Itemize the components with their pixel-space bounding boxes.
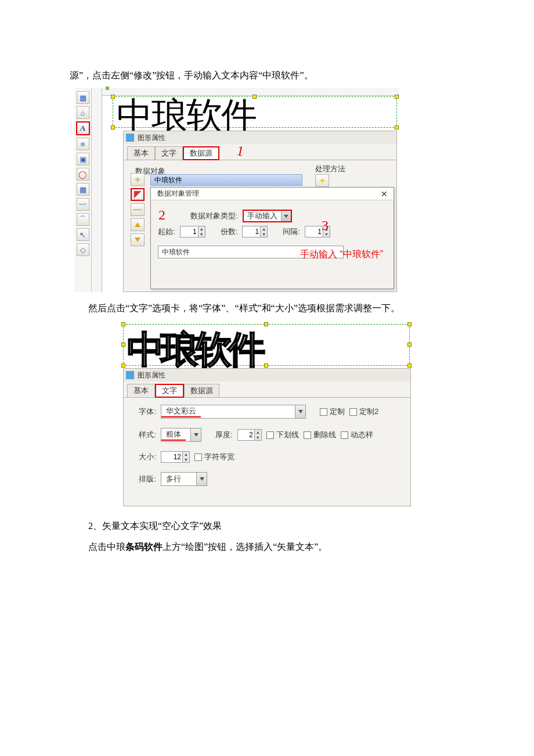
underline-checkbox[interactable]: 下划线 [266,430,299,440]
pencil-icon [134,191,141,198]
start-label: 起始: [158,226,175,237]
size-input[interactable] [161,452,182,462]
edit-button[interactable] [131,188,145,201]
tool-icon[interactable]: 〰 [77,198,89,211]
paragraph-1: 源”，点击左侧“修改”按钮，手动输入文本内容“中琅软件”。 [70,65,464,85]
thickness-label: 厚度: [215,430,233,440]
dialog-title: 数据对象管理 [157,189,199,199]
tool-icon[interactable]: ▦ [77,91,89,104]
start-spin[interactable]: ▲▼ [180,226,205,237]
tabs: 基本 文字 数据源 [124,144,396,160]
layout-combo[interactable]: 多行 [161,472,207,486]
group-process-method: 处理方法 [315,164,345,174]
custom1-checkbox[interactable]: 定制 [320,406,345,417]
text-tool-icon[interactable]: A [76,121,90,135]
chevron-down-icon[interactable] [282,211,291,221]
panel-title: 图形属性 [138,133,165,143]
tabs: 基本 文字 数据源 [124,381,410,398]
add-process-button[interactable]: ＋ [315,174,329,187]
paragraph-3a: 2、矢量文本实现“空心文字”效果 [70,516,464,536]
paragraph-2: 然后点击“文字”选项卡，将“字体”、“样式”和“大小”选项根据需求调整一下。 [70,298,464,318]
tool-icon[interactable]: ⌂ [77,106,89,119]
style-label: 样式: [133,430,156,440]
chevron-down-icon[interactable] [295,405,305,418]
type-combo[interactable]: 手动输入 [243,210,292,222]
panel-title-bar: 图形属性 [124,131,396,144]
chevron-down-icon[interactable] [190,429,201,441]
red-annotation-note: 手动输入 “中琅软件” [300,249,383,261]
left-toolbar: ▦ ⌂ A ≡ ▣ ◯ ▦ 〰 ⌒ ↖ ◇ [74,88,92,292]
font-label: 字体: [133,406,156,417]
style-combo[interactable]: 粗体 [161,428,201,442]
strike-checkbox[interactable]: 删除线 [304,430,336,440]
layout-value: 多行 [161,474,186,484]
panel-title: 图形属性 [138,370,165,380]
arrow-down-icon [135,237,140,242]
font-value: 华文彩云 [161,406,201,417]
screenshot-2: 中琅软件 图形属性 基本 文字 数据源 字体: [121,322,413,509]
tab-text[interactable]: 文字 [155,384,184,398]
monowidth-checkbox[interactable]: 字符等宽 [194,452,234,462]
canvas-selection-2[interactable]: 中琅软件 [123,324,410,366]
size-spin[interactable]: ▲▼ [161,451,190,463]
layout-label: 排版: [133,474,156,484]
screenshot-1: ▦ ⌂ A ≡ ▣ ◯ ▦ 〰 ⌒ ↖ ◇ 中琅软件 图形属性 [74,88,399,292]
paragraph-3b: 点击中琅条码软件上方“绘图”按钮，选择插入“矢量文本”。 [70,537,464,557]
tab-basic[interactable]: 基本 [127,146,155,160]
move-down-button[interactable] [131,233,145,246]
move-up-button[interactable] [131,218,145,231]
tool-icon[interactable]: ≡ [77,138,89,150]
gap-input[interactable] [305,226,323,237]
properties-panel-2: 图形属性 基本 文字 数据源 字体: 华文彩云 定制 定制2 [123,368,411,506]
tool-icon[interactable]: ◯ [77,168,89,181]
outline-text: 中琅软件 [127,325,262,375]
panel-icon [126,134,134,142]
chevron-down-icon[interactable] [196,473,207,485]
tool-icon[interactable]: ▣ [77,153,89,165]
font-combo[interactable]: 华文彩云 [161,405,306,419]
start-input[interactable] [181,226,198,237]
add-button[interactable]: ＋ [131,173,145,186]
tab-basic[interactable]: 基本 [127,384,155,398]
dialog-title-bar: 数据对象管理 ✕ [151,188,394,200]
arrow-up-icon [135,222,140,227]
gap-label: 间隔: [283,226,300,237]
canvas-selection[interactable]: 中琅软件 [113,96,397,128]
tool-icon[interactable]: ◇ [77,243,89,256]
remove-button[interactable]: — [131,203,145,216]
tool-icon[interactable]: ⌒ [77,213,89,226]
tab-data-source[interactable]: 数据源 [183,146,219,160]
panel-icon [126,371,134,379]
data-object-dialog: 数据对象管理 ✕ 数据对象类型: 手动输入 起始: [150,187,394,289]
thickness-spin[interactable]: ▲▼ [237,429,262,441]
count-label: 份数: [221,226,238,237]
data-object-list-item[interactable]: 中琅软件 [150,174,302,186]
count-input[interactable] [243,226,260,237]
tool-icon[interactable]: ▦ [77,183,89,196]
type-value: 手动输入 [244,211,282,221]
close-icon[interactable]: ✕ [378,189,390,199]
size-label: 大小: [133,452,156,462]
panel-title-bar: 图形属性 [124,369,410,381]
custom2-checkbox[interactable]: 定制2 [349,406,378,417]
thickness-input[interactable] [238,430,254,440]
ruler-vertical [92,88,102,292]
tab-data-source[interactable]: 数据源 [184,384,219,398]
annotation-3: 3 [322,218,329,233]
type-label: 数据对象类型: [190,211,238,221]
side-buttons: ＋ — [131,173,145,246]
count-spin[interactable]: ▲▼ [242,226,268,237]
style-value: 粗体 [161,429,186,441]
annotation-2: 2 [158,207,165,223]
tab-text[interactable]: 文字 [155,146,183,160]
dynamic-checkbox[interactable]: 动态样 [341,430,373,440]
tool-icon[interactable]: ↖ [77,228,89,241]
